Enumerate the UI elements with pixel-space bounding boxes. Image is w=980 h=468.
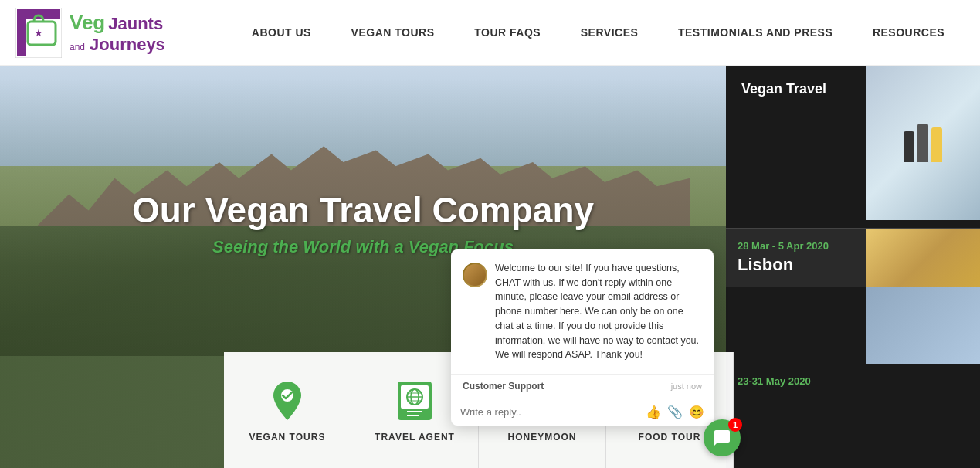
nav-tour-faqs[interactable]: TOUR FAQS (463, 19, 552, 46)
vegan-tours-label: VEGAN TOURS (249, 432, 326, 443)
chat-body: Welcome to our site! If you have questio… (495, 261, 702, 362)
chat-badge: 1 (728, 418, 742, 432)
nav-vegan-tours[interactable]: VEGAN TOURS (340, 19, 446, 46)
hero-title: Our Vegan Travel Company (0, 189, 726, 231)
sidebar-tour2-date: 23-31 May 2020 (738, 375, 968, 387)
nav-resources[interactable]: RESOURCES (861, 19, 956, 46)
nav-about-us[interactable]: ABOUT US (240, 19, 323, 46)
chat-reply-input[interactable] (460, 406, 639, 418)
chat-action-icons: 👍 📎 😊 (646, 405, 704, 419)
sidebar-tour1[interactable]: 28 Mar - 5 Apr 2020 Lisbon (726, 228, 980, 287)
honeymoon-label: HONEYMOON (507, 432, 576, 443)
chat-bubble-icon (713, 429, 731, 447)
chat-attach-icon[interactable]: 📎 (667, 405, 683, 419)
chat-bubble-button[interactable]: 1 (704, 419, 741, 456)
travel-agent-label: TRAVEL AGENT (375, 432, 455, 443)
vegan-tours-card[interactable]: VEGAN TOURS (224, 352, 351, 468)
chat-emoji-icon[interactable]: 😊 (689, 405, 704, 419)
chat-message-text: Welcome to our site! If you have questio… (495, 261, 702, 362)
sidebar-lisbon-photo (866, 229, 980, 294)
map-pin-icon (264, 378, 310, 424)
nav-testimonials[interactable]: TESTIMONIALS AND PRESS (666, 19, 844, 46)
logo-journeys: Journeys (90, 35, 165, 55)
svg-rect-2 (17, 9, 60, 19)
chat-footer: Customer Support just now (451, 374, 714, 398)
hero-section: Our Vegan Travel Company Seeing the Worl… (0, 66, 980, 468)
logo-and: and (70, 42, 85, 53)
hero-text-overlay: Our Vegan Travel Company Seeing the Worl… (0, 189, 726, 257)
sidebar-top: Vegan Travel (726, 66, 980, 228)
food-tour-label: FOOD TOUR (639, 432, 701, 443)
logo-text: Veg Jaunts and Journeys (70, 11, 165, 55)
navbar: Veg Jaunts and Journeys ABOUT US VEGAN T… (0, 0, 980, 66)
hero-sidebar: Vegan Travel 28 Mar - 5 Apr 2020 Lisbon (726, 66, 980, 468)
chat-time: just now (671, 382, 702, 391)
logo[interactable]: Veg Jaunts and Journeys (15, 8, 201, 58)
nav-services[interactable]: SERVICES (569, 19, 650, 46)
chat-thumbs-up-icon[interactable]: 👍 (646, 405, 661, 419)
nav-links: ABOUT US VEGAN TOURS TOUR FAQS SERVICES … (232, 19, 965, 46)
chat-input-area: 👍 📎 😊 (451, 398, 714, 426)
chat-support-label: Customer Support (463, 381, 544, 392)
chat-message-area: Welcome to our site! If you have questio… (451, 249, 714, 374)
vegan-travel-label: Vegan Travel (741, 81, 826, 97)
sidebar-tour2[interactable]: 23-31 May 2020 (726, 364, 980, 398)
logo-jaunts: Jaunts (108, 14, 163, 34)
globe-icon (392, 378, 438, 424)
chat-box: Welcome to our site! If you have questio… (451, 249, 714, 426)
logo-icon (15, 8, 62, 58)
chat-avatar (463, 263, 487, 287)
logo-veg: Veg (70, 11, 105, 35)
sidebar-bottom-photo (866, 287, 980, 364)
